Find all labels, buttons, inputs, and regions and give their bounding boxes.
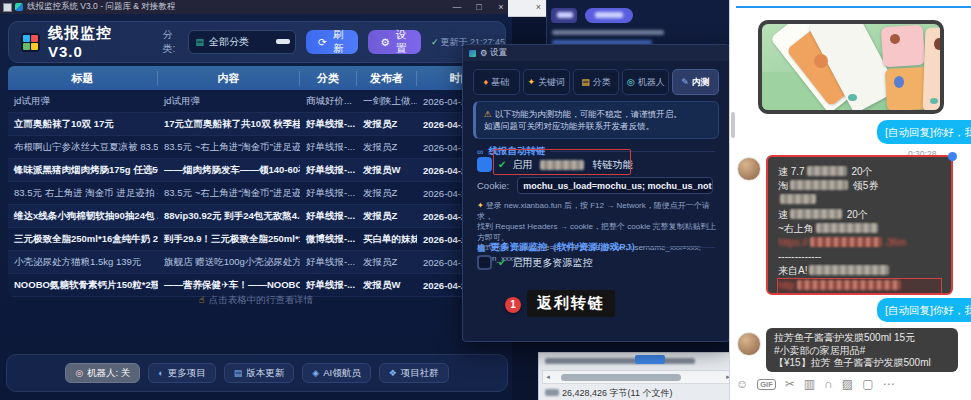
table-row[interactable]: 三元极致全脂250ml*16盒纯牛奶 29...到手29.9！三元极致全脂250…: [8, 228, 504, 251]
redacted-text: [790, 180, 848, 190]
cell-content: jd试用弹: [158, 95, 300, 108]
background-window-sliver: ×: [508, 0, 546, 17]
cell-category: 好单线报-...: [300, 256, 357, 269]
message-text: 速: [778, 209, 788, 220]
tab-label: 基础: [491, 76, 509, 89]
cell-category: 好单线报-...: [300, 118, 357, 131]
table-row[interactable]: jd试用弹jd试用弹商城好价...一剑陕上做...2026-04-22 21:2: [8, 90, 504, 113]
background-close-icon[interactable]: ×: [536, 2, 541, 12]
table-row[interactable]: 维达x线条小狗棉韧软抽90抽24包 ...88vip30.92元 到手24包无敌…: [8, 205, 504, 228]
emoji-icon[interactable]: ☺: [736, 376, 748, 392]
tab-基础[interactable]: ♦基础: [473, 69, 520, 95]
project-community-button[interactable]: ❖项目社群: [379, 363, 449, 383]
minimize-button[interactable]: —: [446, 2, 468, 12]
background-text-blur: [552, 30, 664, 35]
message-text: 领5券: [850, 180, 878, 191]
xianbao-monitor-window: 线报监控系统 V3.0 - 问题库 & 对接教程 — □ × 线报监控 V3.0…: [0, 0, 512, 400]
version-update-button-label: 版本更新: [246, 367, 284, 380]
message-line: 【¥15】拉芳 鱼子酱膏护发膜500ml: [774, 357, 950, 370]
cell-publisher: 发报员Z: [357, 118, 417, 131]
more-projects-button[interactable]: ◐更多项目: [148, 363, 215, 383]
message-line: 速 20个: [778, 208, 941, 222]
chat-top-accent-line: [736, 6, 971, 8]
more-icon[interactable]: ⋯: [882, 376, 894, 392]
screenshot-icon[interactable]: ✂: [785, 376, 795, 392]
table-row[interactable]: 布根啊山宁参冰丝大豆夏凉被 83.5元83.5元 ~右上角进“淘金币”进足迹..…: [8, 136, 504, 159]
deals-table: 标题内容分类发布者时间 jd试用弹jd试用弹商城好价...一剑陕上做...202…: [8, 66, 504, 297]
section-more-resources: ▦ 更多资源监控（软件/资源/游戏PJ）: [477, 241, 715, 254]
explorer-status-blur: [545, 389, 559, 396]
gif-icon[interactable]: GIF: [757, 379, 776, 390]
tab-机器人[interactable]: ◎机器人: [622, 69, 669, 95]
cell-title: 83.5元 右上角进 淘金币 进足迹拍 有...: [8, 187, 158, 200]
explorer-file-row-blur: [545, 358, 695, 364]
product-image[interactable]: [758, 20, 944, 114]
chat-scrollbar-thumb[interactable]: [731, 112, 735, 138]
settings-button[interactable]: ⚙ 设置: [368, 30, 421, 54]
cell-content: ——烟肉烤肠发车——领140-60补...: [158, 164, 300, 177]
message-line: -------------: [778, 250, 941, 264]
deal-message-bubble: 速 7.7 20个淘 领5券速 20个~右上角https://.36m-----…: [766, 155, 953, 295]
voice-icon[interactable]: ∩: [824, 376, 833, 392]
ai-navigator-button[interactable]: ◈AI领航员: [302, 363, 370, 383]
image-icon[interactable]: ▨: [842, 376, 853, 392]
table-row[interactable]: 83.5元 右上角进 淘金币 进足迹拍 有...83.5元 ~右上角进“淘金币”…: [8, 182, 504, 205]
sender-avatar-1[interactable]: [737, 157, 761, 181]
table-row[interactable]: 锋味派黑猪肉烟肉烤肠175g 任选5件...——烟肉烤肠发车——领140-60补…: [8, 159, 504, 182]
footer-toolbar: ◎机器人: 关◐更多项目▤版本更新◈AI领航员❖项目社群: [6, 354, 508, 392]
tab-关键词[interactable]: ✦关键词: [523, 69, 570, 95]
category-select[interactable]: ▤ 全部分类: [188, 30, 297, 54]
cookie-input[interactable]: mochu_us_load=mochu_us; mochu_us_notice: [517, 177, 713, 194]
ai-navigator-button-label: AI领航员: [323, 367, 360, 380]
cell-title: 锋味派黑猪肉烟肉烤肠175g 任选5件...: [8, 164, 158, 177]
message-text: .36m: [884, 237, 906, 248]
dialog-tabs: ♦基础✦关键词▤分类◎机器人✎内测: [473, 69, 719, 95]
maximize-button[interactable]: □: [468, 2, 490, 12]
redacted-text: [807, 166, 847, 176]
app-icon: [15, 3, 23, 11]
robot-toggle-button[interactable]: ◎机器人: 关: [65, 363, 140, 383]
sender-avatar-2[interactable]: [737, 332, 761, 356]
resource-monitor-checkbox[interactable]: [477, 255, 492, 270]
cell-title: NOOBO氨糖软骨素钙片150粒*2瓶3...: [8, 279, 158, 292]
category-selected-value: 全部分类: [209, 35, 249, 49]
version-update-button[interactable]: ▤版本更新: [224, 363, 295, 383]
tab-内测[interactable]: ✎内测: [672, 69, 719, 95]
column-header-content: 内容: [158, 71, 300, 86]
cell-content: 88vip30.92元 到手24包无敌熬4.48...: [158, 210, 300, 223]
message-text: 速 7.7: [778, 166, 805, 177]
tab-分类[interactable]: ▤分类: [573, 69, 620, 95]
pin-icon: [948, 152, 957, 161]
explorer-horizontal-scrollbar[interactable]: ◂ ▸: [542, 370, 734, 384]
scrollbar-thumb[interactable]: [561, 374, 681, 381]
screenshot-root: 线报监控系统 V3.0 - 问题库 & 对接教程 — □ × 线报监控 V3.0…: [0, 0, 971, 400]
cell-category: 好单线报-...: [300, 187, 357, 200]
message-line: 拉芳鱼子酱膏护发膜500ml 15元: [774, 332, 950, 345]
refresh-button[interactable]: ⟳ 刷新: [306, 30, 358, 54]
screen-capture-icon[interactable]: ▢: [862, 376, 873, 392]
cell-category: 微博线报-...: [300, 233, 357, 246]
cell-title: jd试用弹: [8, 95, 158, 108]
cell-title: 维达x线条小狗棉韧软抽90抽24包 ...: [8, 210, 158, 223]
beta-warning-box: ⚠以下功能为内测功能，可能不稳定，请谨慎开启。 如遇问题可关闭对应功能并联系开发…: [473, 101, 719, 139]
table-row[interactable]: 小壳泌尿处方猫粮1.5kg 139元旗舰店 赠送吃100g小壳泌尿处方猫粮...…: [8, 251, 504, 274]
dialog-title: 设置: [490, 47, 507, 59]
message-line: #小卖部の家居用品#: [774, 345, 950, 358]
table-row[interactable]: 立而奥船袜了10双 17元17元立而奥船袜了共10双 秋季桂后石...好单线报-…: [8, 113, 504, 136]
file-icon[interactable]: ▥: [804, 376, 815, 392]
hand-pointer-icon: ☝: [199, 294, 205, 305]
background-window-icon: [3, 3, 12, 12]
more-projects-button-label: 更多项目: [168, 367, 206, 380]
auto-reply-bubble-2: [自动回复]你好，我现: [877, 298, 971, 322]
cell-publisher: 发报员W: [357, 279, 417, 292]
beta-feature-checkbox[interactable]: [477, 157, 492, 172]
background-button-1[interactable]: [551, 8, 577, 23]
background-button-2[interactable]: [585, 8, 633, 23]
tab-label: 关键词: [538, 76, 565, 89]
redacted-feature-name: [540, 160, 584, 170]
dialog-titlebar: ⚙ 设置: [463, 45, 729, 61]
table-hint: ☝点击表格中的行查看详情: [0, 294, 512, 307]
cell-category: 好单线报-...: [300, 141, 357, 154]
scroll-left-arrow[interactable]: ◂: [543, 373, 553, 381]
refresh-icon: ⟳: [318, 36, 327, 48]
